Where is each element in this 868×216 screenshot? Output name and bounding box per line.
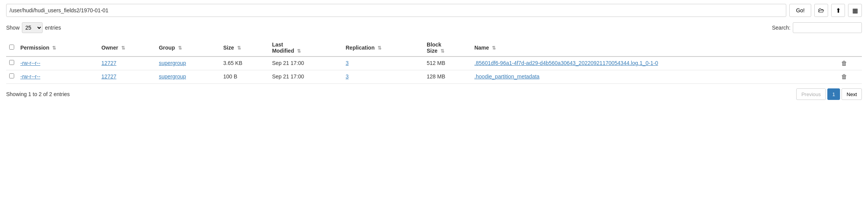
page-1-button[interactable]: 1 — [827, 88, 840, 100]
search-input[interactable] — [793, 22, 862, 33]
select-all-header — [6, 39, 17, 56]
showing-entries: Showing 1 to 2 of 2 entries — [6, 91, 70, 97]
upload-icon: ⬆ — [836, 7, 841, 14]
row-owner: 12727 — [98, 56, 156, 70]
col-owner: Owner ⇅ — [98, 39, 156, 56]
row-delete-cell: 🗑 — [838, 56, 862, 70]
col-actions — [838, 39, 862, 56]
show-entries: Show 10 25 50 100 entries — [6, 22, 61, 33]
table-row: -rw-r--r-- 12727 supergroup 3.65 KB Sep … — [6, 56, 862, 70]
row-owner: 12727 — [98, 70, 156, 84]
row-delete-cell: 🗑 — [838, 70, 862, 84]
path-bar: Go! 🗁 ⬆ ▦ — [6, 4, 862, 17]
row-permission: -rw-r--r-- — [17, 56, 98, 70]
row-block-size: 512 MB — [424, 56, 471, 70]
pagination: Previous 1 Next — [796, 88, 862, 100]
table-icon: ▦ — [852, 7, 858, 14]
row-last-modified: Sep 21 17:00 — [269, 70, 343, 84]
col-size: Size ⇅ — [220, 39, 269, 56]
sort-owner-icon[interactable]: ⇅ — [121, 45, 125, 51]
entries-label: entries — [45, 25, 61, 31]
footer-bar: Showing 1 to 2 of 2 entries Previous 1 N… — [6, 88, 862, 100]
col-group: Group ⇅ — [156, 39, 220, 56]
sort-replication-icon[interactable]: ⇅ — [378, 45, 381, 51]
sort-group-icon[interactable]: ⇅ — [178, 45, 182, 51]
row-group: supergroup — [156, 70, 220, 84]
col-block-size: BlockSize ⇅ — [424, 39, 471, 56]
col-last-modified: LastModified ⇅ — [269, 39, 343, 56]
table-icon-button[interactable]: ▦ — [848, 4, 862, 17]
controls-bar: Show 10 25 50 100 entries Search: — [6, 22, 862, 33]
file-table: Permission ⇅ Owner ⇅ Group ⇅ Size ⇅ Last… — [6, 39, 862, 84]
row-replication: 3 — [343, 56, 424, 70]
delete-icon[interactable]: 🗑 — [841, 73, 847, 80]
row-checkbox-0[interactable] — [9, 60, 14, 65]
sort-blocksize-icon[interactable]: ⇅ — [441, 48, 444, 54]
sort-name-icon[interactable]: ⇅ — [492, 45, 496, 51]
col-replication: Replication ⇅ — [343, 39, 424, 56]
search-bar: Search: — [772, 22, 862, 33]
col-permission: Permission ⇅ — [17, 39, 98, 56]
upload-icon-button[interactable]: ⬆ — [831, 4, 845, 17]
row-checkbox-cell — [6, 56, 17, 70]
table-row: -rw-r--r-- 12727 supergroup 100 B Sep 21… — [6, 70, 862, 84]
sort-lastmod-icon[interactable]: ⇅ — [297, 48, 301, 54]
row-size: 100 B — [220, 70, 269, 84]
col-name: Name ⇅ — [471, 39, 838, 56]
folder-icon-button[interactable]: 🗁 — [814, 4, 828, 17]
show-label: Show — [6, 25, 20, 31]
row-replication: 3 — [343, 70, 424, 84]
row-name: .hoodie_partition_metadata — [471, 70, 838, 84]
select-all-checkbox[interactable] — [9, 45, 14, 50]
row-checkbox-cell — [6, 70, 17, 84]
row-group: supergroup — [156, 56, 220, 70]
path-input[interactable] — [6, 4, 786, 17]
row-last-modified: Sep 21 17:00 — [269, 56, 343, 70]
sort-size-icon[interactable]: ⇅ — [237, 45, 241, 51]
folder-icon: 🗁 — [818, 7, 824, 14]
delete-icon[interactable]: 🗑 — [841, 60, 847, 66]
row-block-size: 128 MB — [424, 70, 471, 84]
row-name: .85601df6-96a1-4f7d-ad29-d4b560a30643_20… — [471, 56, 838, 70]
row-size: 3.65 KB — [220, 56, 269, 70]
go-button[interactable]: Go! — [789, 4, 811, 17]
next-button[interactable]: Next — [842, 88, 862, 100]
row-checkbox-1[interactable] — [9, 73, 14, 78]
sort-permission-icon[interactable]: ⇅ — [52, 45, 56, 51]
prev-button[interactable]: Previous — [796, 88, 826, 100]
entries-select[interactable]: 10 25 50 100 — [22, 22, 43, 33]
search-label: Search: — [772, 25, 790, 31]
row-permission: -rw-r--r-- — [17, 70, 98, 84]
